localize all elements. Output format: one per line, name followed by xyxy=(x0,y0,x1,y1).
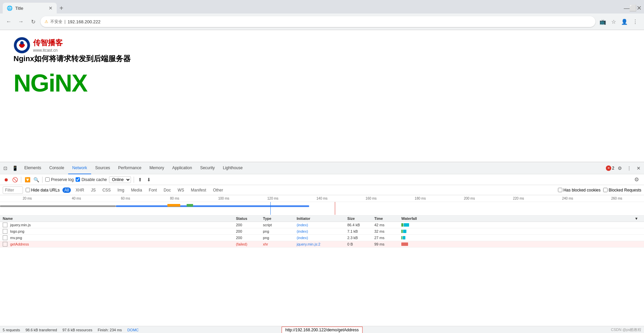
refresh-btn[interactable]: ↻ xyxy=(28,17,38,26)
address-bar: ← → ↻ ⚠ 不安全 | 192.168.200.222 📺 ☆ 👤 ⋮ xyxy=(0,14,644,30)
table-row[interactable]: logo.png 200 png (index) 7.1 kB 32 ms xyxy=(0,228,644,235)
filter-type-doc[interactable]: Doc xyxy=(162,187,173,193)
tab-title: Title xyxy=(15,6,23,11)
tl-green-mark xyxy=(187,204,193,207)
filter-type-ws[interactable]: WS xyxy=(176,187,186,193)
menu-btn[interactable]: ⋮ xyxy=(630,17,640,26)
filter-input[interactable] xyxy=(3,186,23,194)
tab-memory[interactable]: Memory xyxy=(145,162,168,174)
domc-label: DOMC xyxy=(127,328,139,332)
filter-type-js[interactable]: JS xyxy=(89,187,98,193)
devtools-more-btn[interactable]: ⋮ xyxy=(625,164,633,172)
row-name: logo.png xyxy=(10,229,24,233)
export-btn[interactable]: ⬇ xyxy=(145,177,152,182)
cast-btn[interactable]: 📺 xyxy=(598,17,608,26)
inspect-element-btn[interactable]: ⊡ xyxy=(1,164,9,172)
filter-type-other[interactable]: Other xyxy=(211,187,225,193)
preserve-log-label[interactable]: Preserve log xyxy=(45,177,74,182)
logo-url: www.itcast.cn xyxy=(33,48,63,53)
filter-type-all[interactable]: All xyxy=(62,187,71,193)
filter-type-css[interactable]: CSS xyxy=(100,187,113,193)
row-name: mv.png xyxy=(10,236,22,240)
filter-type-font[interactable]: Font xyxy=(147,187,159,193)
new-tab-btn[interactable]: + xyxy=(57,4,66,12)
row-status: (failed) xyxy=(236,242,263,246)
filter-type-media[interactable]: Media xyxy=(129,187,144,193)
devtools-settings-btn[interactable]: ⚙ xyxy=(616,164,624,172)
address-input[interactable]: ⚠ 不安全 | 192.168.200.222 xyxy=(41,16,595,27)
mark-100ms: 100 ms xyxy=(199,197,248,200)
blocked-requests-checkbox[interactable] xyxy=(603,188,608,192)
mark-200ms: 200 ms xyxy=(445,197,494,200)
record-btn[interactable]: ⏺ xyxy=(3,176,9,183)
network-settings-btn[interactable]: ⚙ xyxy=(632,175,641,184)
devtools-panel: ⊡ 📱 Elements Console Network Sources Per… xyxy=(0,162,644,333)
sources-tab-label: Sources xyxy=(95,165,110,170)
account-btn[interactable]: 👤 xyxy=(620,17,629,26)
blocked-requests-label[interactable]: Blocked Requests xyxy=(603,188,641,193)
throttle-select[interactable]: Online xyxy=(109,176,131,183)
row-checkbox[interactable] xyxy=(3,235,7,240)
row-waterfall xyxy=(401,242,635,246)
tab-security[interactable]: Security xyxy=(196,162,219,174)
filter-type-manifest[interactable]: Manifest xyxy=(189,187,208,193)
filter-type-img[interactable]: Img xyxy=(115,187,126,193)
tab-sources[interactable]: Sources xyxy=(91,162,114,174)
tab-application[interactable]: Application xyxy=(168,162,196,174)
clear-btn[interactable]: 🚫 xyxy=(11,176,18,183)
tab-elements[interactable]: Elements xyxy=(20,162,45,174)
row-checkbox[interactable] xyxy=(3,229,7,234)
browser-tab[interactable]: 🌐 Title ✕ xyxy=(3,3,57,14)
filter-type-xhr[interactable]: XHR xyxy=(74,187,86,193)
table-row-error[interactable]: getAddress (failed) xhr jquery.min.js:2 … xyxy=(0,241,644,248)
mark-180ms: 180 ms xyxy=(396,197,445,200)
preserve-log-text: Preserve log xyxy=(51,177,74,182)
table-row[interactable]: jquery.min.js 200 script (index) 86.4 kB… xyxy=(0,222,644,228)
row-checkbox[interactable] xyxy=(3,223,7,227)
mark-260ms: 260 ms xyxy=(592,197,641,200)
row-initiator: (index) xyxy=(297,236,347,240)
table-row[interactable]: mv.png 200 png (index) 2.3 kB 27 ms xyxy=(0,235,644,241)
blocked-filters: Has blocked cookies Blocked Requests xyxy=(558,188,641,193)
tab-favicon: 🌐 xyxy=(7,5,12,11)
minimize-btn[interactable]: — xyxy=(624,6,629,10)
filter-btn[interactable]: 🔽 xyxy=(24,176,31,183)
timeline-area: 20 ms 40 ms 60 ms 80 ms 100 ms 120 ms 14… xyxy=(0,195,644,215)
window-controls: — ⬜ ✕ xyxy=(624,6,641,10)
back-btn[interactable]: ← xyxy=(4,17,14,26)
page-content: 传智播客 www.itcast.cn Nginx如何将请求转发到后端服务器 NG… xyxy=(0,30,644,162)
search-btn[interactable]: 🔍 xyxy=(33,176,39,183)
device-mode-btn[interactable]: 📱 xyxy=(11,164,19,172)
mark-20ms: 20 ms xyxy=(3,197,52,200)
address-prefix: 不安全 xyxy=(50,19,62,25)
has-blocked-cookies-checkbox[interactable] xyxy=(558,188,562,192)
tab-lighthouse[interactable]: Lighthouse xyxy=(219,162,247,174)
bookmark-btn[interactable]: ☆ xyxy=(609,17,618,26)
header-status: Status xyxy=(236,216,263,221)
has-blocked-cookies-label[interactable]: Has blocked cookies xyxy=(558,188,600,193)
tab-console[interactable]: Console xyxy=(45,162,68,174)
disable-cache-label[interactable]: Disable cache xyxy=(76,177,107,182)
status-bar: 5 requests 98.6 kB transferred 97.6 kB r… xyxy=(0,326,644,333)
row-name-cell: mv.png xyxy=(3,235,236,240)
hide-data-urls-checkbox[interactable] xyxy=(26,188,30,192)
logo-company-name: 传智播客 xyxy=(33,38,63,48)
csdn-watermark: CSDN @ps酷教程 xyxy=(611,327,641,332)
separator-3 xyxy=(134,177,134,183)
hide-data-urls-label[interactable]: Hide data URLs xyxy=(26,188,60,193)
memory-tab-label: Memory xyxy=(150,165,164,170)
row-time: 27 ms xyxy=(374,236,401,240)
maximize-btn[interactable]: ⬜ xyxy=(630,6,635,10)
devtools-close-btn[interactable]: ✕ xyxy=(635,164,643,172)
import-btn[interactable]: ⬆ xyxy=(137,177,143,182)
row-checkbox[interactable] xyxy=(3,242,7,247)
preserve-log-checkbox[interactable] xyxy=(45,177,50,182)
tab-close-btn[interactable]: ✕ xyxy=(49,5,53,11)
tab-network[interactable]: Network xyxy=(68,162,91,174)
tab-performance[interactable]: Performance xyxy=(114,162,145,174)
header-type: Type xyxy=(263,216,297,221)
disable-cache-checkbox[interactable] xyxy=(76,177,80,182)
security-icon: ⚠ xyxy=(45,19,48,24)
close-window-btn[interactable]: ✕ xyxy=(637,6,641,10)
forward-btn[interactable]: → xyxy=(16,17,26,26)
